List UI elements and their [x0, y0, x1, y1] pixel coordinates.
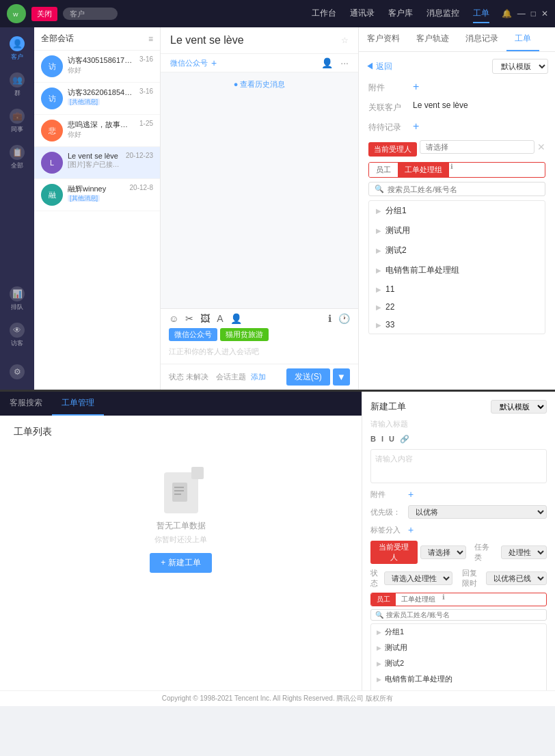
bottom-group-item-1[interactable]: ▶ 测试用: [371, 640, 546, 656]
back-button[interactable]: ◀ 返回: [366, 61, 392, 72]
chat-item-3[interactable]: L Le vent se lève [图片]客户已接入，会话开始 20-12-2…: [34, 147, 160, 179]
task-type-select[interactable]: 处理性: [501, 545, 547, 559]
history-link[interactable]: ● 查看历史消息: [170, 79, 349, 90]
sidebar-item-customers[interactable]: 👤 客户: [3, 33, 31, 65]
bottom-left: 客服搜索 工单管理 工单列表 暂无工单数据 你暂时还没上单 + 新建工单: [0, 392, 362, 690]
bottom-tab-staff[interactable]: 员工: [371, 593, 396, 606]
assignee-item-0[interactable]: ▶ 分组1: [369, 201, 545, 221]
chat-info-2: 悲呜逃深，故事你日 你好: [68, 120, 135, 139]
search-input[interactable]: [63, 8, 118, 20]
assignee-tab-staff[interactable]: 员工: [369, 163, 398, 177]
format-italic[interactable]: I: [381, 435, 383, 444]
add-pending-button[interactable]: +: [413, 120, 419, 133]
cut-icon[interactable]: ✂: [185, 313, 193, 324]
bottom-add-tag-button[interactable]: +: [408, 524, 414, 535]
top-nav: W 关闭 工作台 通讯录 客户库 消息监控 工单 🔔 — □ ✕: [0, 0, 555, 27]
assignee-clear-icon[interactable]: ✕: [537, 141, 545, 152]
send-dropdown-button[interactable]: ▼: [333, 368, 350, 386]
bottom-group-item-0[interactable]: ▶ 分组1: [371, 624, 546, 640]
assignee-item-5[interactable]: ▶ 22: [369, 298, 545, 316]
tab-customer-track[interactable]: 客户轨迹: [408, 27, 457, 51]
send-button[interactable]: 发送(S): [286, 368, 330, 386]
toolbar-left: ☺ ✂ 🖼 A 👤: [169, 313, 242, 324]
add-attachment-button[interactable]: +: [413, 81, 419, 93]
new-ticket-version-select[interactable]: 默认模版: [491, 400, 547, 414]
bottom-assignee-select[interactable]: 请选择: [420, 545, 466, 559]
tab-tickets[interactable]: 工单: [506, 27, 539, 51]
current-assignee-button[interactable]: 当前受理人: [368, 142, 417, 157]
format-underline[interactable]: U: [389, 435, 394, 444]
bottom-group-item-2[interactable]: ▶ 测试2: [371, 656, 546, 671]
channel-button-2[interactable]: 猫用贫旅游: [220, 328, 269, 341]
maximize-button[interactable]: □: [531, 9, 536, 18]
assignee-tabs: 员工 工单处理组 ℹ: [368, 162, 545, 178]
sidebar-item-all[interactable]: 📋 全部: [3, 141, 31, 174]
more-icon[interactable]: ···: [340, 57, 349, 68]
contact-icon[interactable]: 👤: [230, 313, 242, 324]
assignee-search-input[interactable]: [388, 185, 539, 193]
nav-tab-customers[interactable]: 客户库: [388, 5, 413, 23]
create-ticket-button[interactable]: + 新建工单: [150, 553, 211, 573]
assignee-item-4[interactable]: ▶ 11: [369, 280, 545, 298]
info-icon[interactable]: ℹ: [328, 313, 331, 324]
format-bold[interactable]: B: [370, 435, 376, 444]
emoji-icon[interactable]: ☺: [169, 313, 178, 324]
sidebar-item-settings[interactable]: ⚙: [3, 361, 31, 384]
tab-messages[interactable]: 消息记录: [457, 27, 506, 51]
nav-tab-contacts[interactable]: 通讯录: [350, 5, 375, 23]
ticket-content-area[interactable]: 请输入内容: [370, 449, 547, 483]
bottom-tab-tickets[interactable]: 工单管理: [52, 392, 104, 416]
related-customer-label: 关联客户: [368, 100, 413, 113]
minimize-button[interactable]: —: [517, 9, 526, 18]
bottom-search-input[interactable]: [386, 611, 542, 619]
bottom-current-assignee-button[interactable]: 当前受理人: [370, 541, 418, 564]
image-icon[interactable]: 🖼: [200, 313, 210, 324]
tab-customer-info[interactable]: 客户资料: [359, 27, 408, 51]
add-host-button[interactable]: 添加: [251, 373, 266, 381]
version-select[interactable]: 默认模版: [492, 59, 548, 74]
add-tag-button[interactable]: +: [211, 57, 217, 68]
status-field-select[interactable]: 请选入处理性: [384, 571, 452, 585]
star-icon[interactable]: ☆: [341, 36, 349, 45]
assignee-item-1[interactable]: ▶ 测试用: [369, 221, 545, 241]
chat-input-placeholder[interactable]: 江正和你的客人进入会话吧: [169, 344, 350, 360]
assignee-item-6[interactable]: ▶ 33: [369, 316, 545, 334]
close-button[interactable]: 关闭: [31, 7, 57, 21]
chat-item-0[interactable]: 访 访客430515861773622 你好 3-16: [34, 51, 160, 83]
assignee-item-2[interactable]: ▶ 测试2: [369, 241, 545, 260]
bottom-group-name-0: 分组1: [385, 627, 404, 637]
time-limit-select[interactable]: 以优将已线: [486, 571, 547, 585]
chat-avatar-0: 访: [41, 55, 63, 77]
bottom-tab-agent[interactable]: 客服搜索: [0, 392, 52, 416]
chat-item-4[interactable]: 融 融辉winney [其他消息] 20-12-8: [34, 179, 160, 211]
bottom-add-attachment-button[interactable]: +: [408, 489, 414, 500]
nav-tab-workbench[interactable]: 工作台: [312, 5, 336, 23]
filter-icon[interactable]: ≡: [148, 34, 153, 44]
status-label: 状态 未解决: [169, 373, 208, 381]
bottom-group-item-3[interactable]: ▶ 电销售前工单处理的: [371, 671, 546, 687]
chat-item-2[interactable]: 悲 悲呜逃深，故事你日 你好 1-25: [34, 115, 160, 147]
chat-item-1[interactable]: 访 访客326206185497258 [共他消息] 3-16: [34, 83, 160, 115]
assignee-tab-group[interactable]: 工单处理组: [398, 163, 449, 177]
avatar-icon[interactable]: 👤: [321, 57, 333, 68]
close-window-button[interactable]: ✕: [541, 9, 548, 18]
nav-tab-tickets[interactable]: 工单: [473, 5, 489, 23]
assignee-input[interactable]: [420, 140, 534, 154]
bottom-group-item-4[interactable]: ▶ 11: [371, 687, 546, 690]
sidebar-item-colleagues[interactable]: 💼 同事: [3, 105, 31, 137]
bottom-priority-select[interactable]: 以优将: [408, 505, 547, 519]
channel-button[interactable]: 微信公众号: [169, 328, 217, 341]
sidebar-item-groups[interactable]: 👥 群: [3, 69, 31, 101]
arrow-icon-3: ▶: [376, 267, 381, 274]
format-link[interactable]: 🔗: [400, 435, 409, 444]
assignee-item-3[interactable]: ▶ 电销售前工单处理组: [369, 260, 545, 280]
sidebar-item-queue[interactable]: 📊 排队: [3, 283, 31, 315]
clock-icon[interactable]: 🕐: [338, 313, 350, 324]
bottom-tab-group[interactable]: 工单处理组: [396, 593, 441, 606]
bell-icon[interactable]: 🔔: [502, 9, 512, 18]
text-icon[interactable]: A: [217, 313, 223, 324]
nav-tab-monitor[interactable]: 消息监控: [427, 5, 459, 23]
chat-input-area: ☺ ✂ 🖼 A 👤 ℹ 🕐 微信公众号 猫用贫旅游 江正和你的客人进入会话吧: [161, 308, 358, 390]
arrow-icon-6: ▶: [376, 321, 381, 329]
sidebar-item-visitors[interactable]: 👁 访客: [3, 319, 31, 351]
